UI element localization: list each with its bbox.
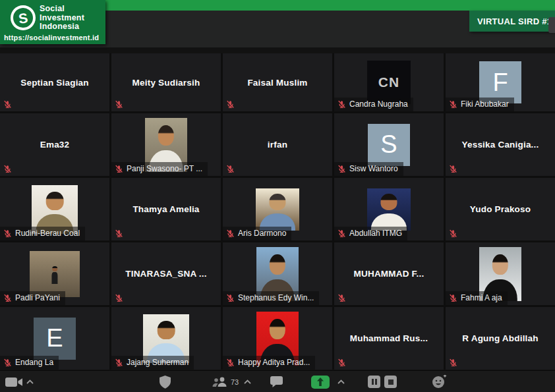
participant-tile[interactable]: CN Candra Nugraha [334, 53, 444, 111]
share-options-chevron-icon[interactable] [337, 371, 345, 392]
chat-button[interactable] [270, 371, 283, 392]
participant-tile[interactable]: E Endang La [0, 307, 109, 370]
participant-name-label [223, 98, 240, 111]
participant-centered-name: Faisal Muslim [243, 78, 311, 88]
brand-title: Social Investment Indonesia [40, 5, 84, 32]
participant-name-text: Endang La [15, 358, 53, 367]
muted-mic-icon [226, 294, 235, 302]
muted-mic-icon [115, 165, 123, 173]
participant-tile[interactable]: Abdullah ITMG [334, 178, 444, 240]
participant-tile[interactable]: Happy Aditya Prad... [223, 307, 332, 370]
participant-tile[interactable]: Fahmi A aja [446, 242, 555, 305]
participant-tile[interactable]: F Fiki Abubakar [446, 53, 555, 111]
brand-logo-letter: S [12, 7, 34, 29]
participants-button[interactable]: 73 [212, 371, 239, 392]
participant-name-text: Rudini-Berau Coal [15, 229, 80, 238]
participant-centered-name: Meity Sudiarsih [129, 78, 204, 88]
participant-name-label: Sisw Wantoro [334, 162, 403, 176]
participant-centered-name: irfan [264, 140, 291, 150]
brand-logo-icon: S [11, 5, 36, 30]
photo-person-head [158, 125, 174, 146]
brand-title-line2: Investment [40, 14, 84, 23]
participant-centered-name: TINARASA_SNA ... [121, 269, 210, 279]
participant-avatar: S [368, 124, 410, 166]
security-shield-button[interactable] [160, 371, 171, 392]
participant-name-label: Candra Nugraha [334, 98, 413, 111]
participant-tile[interactable]: Septian Siagian [0, 53, 109, 111]
participant-name-text: Happy Aditya Prad... [238, 358, 310, 367]
participant-tile[interactable]: Rudini-Berau Coal [0, 178, 109, 240]
muted-mic-icon [3, 165, 12, 173]
muted-mic-icon [226, 100, 235, 109]
participant-name-label [334, 356, 351, 370]
participant-name-text: Panji Swasono- PT ... [127, 164, 202, 173]
participant-name-label [111, 98, 129, 111]
meeting-toolbar: 73 [0, 370, 555, 392]
participant-name-label [446, 227, 463, 240]
participant-tile[interactable]: Ema32 [0, 113, 109, 176]
participant-name-label [0, 163, 17, 176]
participant-tile[interactable]: MUHAMMAD F... [334, 242, 444, 305]
muted-mic-icon [449, 294, 457, 302]
participant-name-label: Happy Aditya Prad... [223, 356, 315, 370]
muted-mic-icon [337, 294, 346, 302]
participant-name-label: Rudini-Berau Coal [0, 227, 85, 240]
meeting-title-badge: VIRTUAL SIRD #13 [469, 11, 555, 32]
participant-name-label [0, 98, 17, 111]
participant-name-label [111, 227, 129, 240]
participant-name-text: Abdullah ITMG [349, 229, 402, 238]
photo-person-head [270, 254, 285, 275]
participant-tile[interactable]: Padli PaYani [0, 242, 109, 305]
muted-mic-icon [115, 100, 123, 109]
participant-tile[interactable]: S Sisw Wantoro [334, 113, 444, 176]
participant-tile[interactable]: Muhammad Rus... [334, 307, 444, 370]
participant-tile[interactable]: Aris Darmono [223, 178, 332, 240]
participant-tile[interactable]: Stephanus Edy Win... [223, 242, 332, 305]
muted-mic-icon [115, 294, 123, 302]
photo-person-head [492, 254, 508, 275]
muted-mic-icon [337, 165, 346, 173]
photo-person-head [380, 194, 397, 210]
participant-tile[interactable]: Panji Swasono- PT ... [111, 113, 221, 176]
participants-chevron-icon[interactable] [244, 371, 251, 392]
muted-mic-icon [449, 229, 457, 238]
participant-name-label: Jajang Suherman [111, 356, 194, 370]
participant-tile[interactable]: Faisal Muslim [223, 53, 332, 111]
participant-centered-name: R Agung Abdillah [458, 333, 542, 343]
participant-name-text: Sisw Wantoro [349, 164, 398, 173]
muted-mic-icon [115, 358, 123, 367]
brand-url: https://socialinvestment.id [0, 34, 103, 42]
view-button-partial[interactable] [548, 17, 555, 33]
participant-name-label [446, 163, 463, 176]
muted-mic-icon [449, 165, 457, 173]
muted-mic-icon [449, 100, 457, 109]
participant-name-text: Fiki Abubakar [461, 99, 509, 109]
participant-tile[interactable]: Thamya Amelia [111, 178, 221, 240]
participant-tile[interactable]: irfan [223, 113, 332, 176]
participant-photo [367, 188, 411, 231]
video-camera-button[interactable] [5, 371, 23, 392]
participant-name-label: Aris Darmono [223, 227, 291, 240]
muted-mic-icon [337, 229, 346, 238]
photo-person-head [270, 319, 285, 339]
participant-tile[interactable]: R Agung Abdillah [446, 307, 555, 370]
participant-name-text: Jajang Suherman [127, 358, 189, 367]
participant-count: 73 [231, 378, 239, 386]
brand-logo: S Social Investment Indonesia https://so… [0, 0, 105, 44]
participant-name-text: Stephanus Edy Win... [238, 293, 314, 302]
participant-tile[interactable]: Meity Sudiarsih [111, 53, 221, 111]
pause-recording-button[interactable] [368, 371, 380, 392]
video-options-chevron-icon[interactable] [26, 371, 34, 392]
share-screen-button[interactable] [311, 371, 330, 392]
reactions-button[interactable] [432, 371, 448, 392]
participant-name-text: Candra Nugraha [349, 99, 408, 109]
photo-person-head [46, 192, 64, 210]
participant-name-label: Panji Swasono- PT ... [111, 162, 208, 176]
muted-mic-icon [226, 358, 235, 367]
stop-recording-button[interactable] [384, 371, 397, 392]
participant-tile[interactable]: Yessika Canigia... [446, 113, 555, 176]
participant-tile[interactable]: Yudo Prakoso [446, 178, 555, 240]
participant-tile[interactable]: TINARASA_SNA ... [111, 242, 221, 305]
participant-name-label [334, 292, 351, 305]
participant-tile[interactable]: Jajang Suherman [111, 307, 221, 370]
